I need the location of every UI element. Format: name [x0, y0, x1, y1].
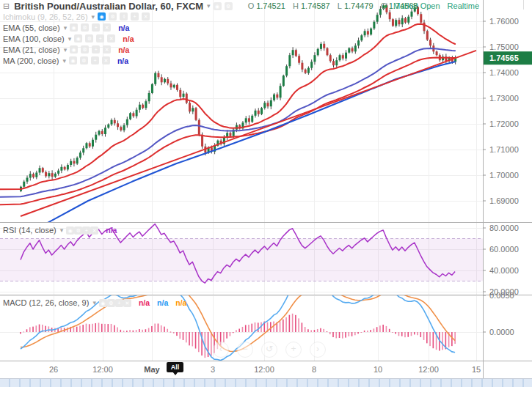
eye-button[interactable]: ◉ [69, 56, 77, 65]
plus-button[interactable]: + [131, 12, 139, 21]
legend-label[interactable]: EMA (55, close) [3, 23, 60, 32]
legend-label[interactable]: Ichimoku (9, 26, 52, 26) [3, 12, 88, 21]
market-open-label: Market Open [393, 1, 440, 10]
rsi-legend-label[interactable]: RSI (14, close) [3, 226, 57, 235]
plus-button[interactable]: + [115, 299, 123, 307]
close-button[interactable]: ✕ [103, 23, 111, 32]
legend-row-ichimoku: Ichimoku (9, 26, 52, 26)▾◉⚙()+✕ [3, 11, 150, 22]
legend-dropdown-icon[interactable]: ▾ [92, 13, 95, 21]
svg-text:1.72000: 1.72000 [489, 119, 519, 128]
low-value: 1.74479 [344, 1, 374, 10]
eye-button[interactable]: ◉ [66, 226, 74, 235]
legend-label[interactable]: MA (200, close) [3, 56, 59, 65]
close-button[interactable]: ✕ [102, 56, 110, 65]
nav-back-button[interactable]: ‹ [213, 342, 229, 358]
legend-label[interactable]: EMA (100, close) [3, 34, 65, 43]
gear-button[interactable]: ⚙ [80, 56, 88, 65]
close-button[interactable]: ✕ [123, 299, 131, 307]
realtime-label: Realtime [448, 1, 479, 10]
svg-text:1.74000: 1.74000 [489, 68, 519, 77]
gear-button[interactable]: ⚙ [74, 226, 82, 235]
close-button[interactable]: ✕ [142, 12, 150, 21]
low-label: L [338, 1, 342, 10]
eye-button[interactable]: ◉ [74, 34, 82, 43]
open-value: 1.74521 [256, 1, 285, 10]
svg-text:May: May [144, 365, 160, 374]
legend-row-ema: EMA (21, close)▾◉⚙+✕n/a [3, 44, 150, 55]
svg-text:0.0000: 0.0000 [489, 328, 514, 336]
gear-button[interactable]: ⚙ [109, 12, 117, 21]
gear-button[interactable]: ⚙ [81, 23, 89, 32]
svg-text:40.0000: 40.0000 [489, 266, 519, 275]
plus-button[interactable]: + [92, 23, 100, 32]
source-button[interactable]: () [120, 12, 128, 21]
gear-button[interactable]: ⚙ [107, 299, 115, 307]
timeframe-all-button[interactable]: All [167, 362, 183, 372]
svg-text:8: 8 [312, 365, 316, 374]
trading-chart-app: { "header": { "symbol_title": "British P… [0, 0, 532, 398]
nav-reset-button[interactable]: ↺ [261, 342, 277, 358]
eye-button[interactable]: ◉ [214, 2, 222, 10]
macd-legend-label[interactable]: MACD (12, 26, close, 9) [3, 298, 89, 307]
eye-button[interactable]: ◉ [98, 12, 106, 21]
price-axis: 1.760001.750001.740001.730001.720001.710… [483, 17, 519, 336]
legend-label[interactable]: EMA (21, close) [3, 45, 60, 54]
legend-row-ema: EMA (55, close)▾◉⚙+✕n/a [3, 22, 150, 33]
market-status: ● Market Open Realtime [384, 1, 479, 10]
svg-text:60.0000: 60.0000 [489, 245, 519, 254]
legend-dropdown-icon[interactable]: ▾ [68, 35, 72, 43]
collapse-legend-icon[interactable]: ⊟ [3, 1, 10, 11]
gear-button[interactable]: ⚙ [225, 2, 233, 10]
legend-dropdown-icon[interactable]: ▾ [64, 46, 68, 54]
svg-text:1.69000: 1.69000 [489, 196, 519, 205]
rsi-dropdown-icon[interactable]: ▾ [60, 226, 64, 234]
svg-text:12:00: 12:00 [92, 365, 113, 374]
plus-button[interactable]: + [92, 45, 100, 54]
high-value: 1.74587 [301, 1, 330, 10]
close-button[interactable]: ✕ [90, 226, 98, 235]
legend-na-value: n/a [117, 56, 128, 65]
svg-text:1.74565: 1.74565 [489, 54, 519, 62]
legend-na-value: n/a [118, 23, 129, 32]
nav-zoom-in-button[interactable]: + [285, 342, 302, 358]
symbol-dropdown-icon[interactable]: ▾ [207, 2, 211, 10]
svg-text:12:00: 12:00 [418, 365, 439, 374]
corner-divider [523, 0, 524, 10]
chart-header: ⊟ British Pound/Australian Dollar, 60, F… [3, 1, 418, 11]
market-open-dot-icon: ● [384, 3, 387, 10]
svg-text:15: 15 [472, 365, 481, 374]
legend-row-ma: MA (200, close)▾◉⚙+✕n/a [3, 55, 150, 66]
svg-text:0.0050: 0.0050 [489, 291, 514, 300]
eye-button[interactable]: ◉ [99, 299, 107, 307]
rsi-legend-buttons: ◉⚙+✕ [66, 224, 98, 237]
close-button[interactable]: ✕ [107, 34, 115, 43]
gear-button[interactable]: ⚙ [85, 34, 93, 43]
legend-dropdown-icon[interactable]: ▾ [64, 24, 68, 32]
open-label: O [248, 1, 255, 10]
svg-text:1.71000: 1.71000 [489, 145, 519, 154]
plus-button[interactable]: + [82, 226, 90, 235]
legend-na-value: n/a [123, 34, 134, 43]
trendline [21, 51, 476, 216]
gear-button[interactable]: ⚙ [81, 45, 89, 54]
svg-text:3: 3 [211, 365, 215, 374]
timeline-scrollbar[interactable] [0, 378, 532, 387]
svg-text:1.75000: 1.75000 [489, 43, 519, 51]
rsi-value: n/a [106, 226, 117, 235]
eye-button[interactable]: ◉ [70, 45, 78, 54]
close-button[interactable]: ✕ [103, 45, 111, 54]
plus-button[interactable]: + [96, 34, 104, 43]
nav-forward-button[interactable]: › [310, 342, 326, 358]
macd-dropdown-icon[interactable]: ▾ [92, 299, 96, 306]
rsi-legend: RSI (14, close) ▾ ◉⚙+✕ n/a [3, 224, 117, 237]
plus-button[interactable]: + [91, 56, 99, 65]
svg-text:1.73000: 1.73000 [489, 94, 519, 103]
macd-legend: MACD (12, 26, close, 9) ▾ ◉⚙+✕ n/a n/a n… [3, 296, 186, 309]
legend-dropdown-icon[interactable]: ▾ [62, 57, 66, 65]
eye-button[interactable]: ◉ [70, 23, 78, 32]
legend-na-value: n/a [118, 45, 129, 54]
svg-text:26: 26 [49, 365, 58, 374]
svg-text:10: 10 [374, 365, 382, 374]
nav-zoom-out-button[interactable]: − [237, 342, 253, 358]
symbol-title[interactable]: British Pound/Australian Dollar, 60, FXC… [14, 1, 203, 12]
